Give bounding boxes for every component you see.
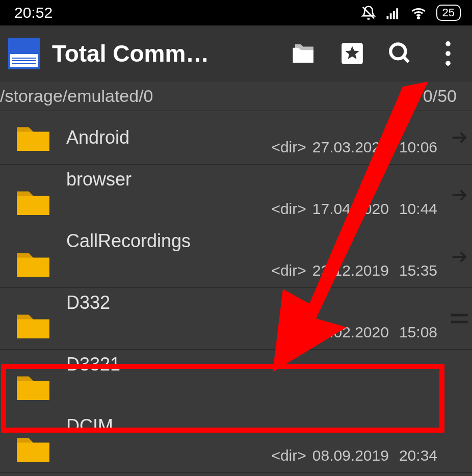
file-row[interactable]: browser <dir> 17.04.2020 10:44 [0, 165, 472, 226]
folder-meta: <dir> 27.03.2020 10:06 [253, 111, 447, 164]
app-floppy-icon [8, 38, 40, 69]
expand-arrow-icon[interactable] [447, 165, 472, 226]
status-time: 20:52 [14, 4, 53, 21]
folder-name: DCIM [66, 415, 253, 437]
status-bar: 20:52 25 [0, 0, 472, 25]
folder-icon [14, 310, 52, 340]
folder-meta: <dir> 08.09.2019 20:34 [253, 411, 447, 472]
svg-rect-1 [386, 16, 388, 19]
drag-handle-icon[interactable] [447, 473, 472, 476]
folder-icon [14, 123, 52, 152]
mute-icon [361, 5, 376, 20]
expand-arrow-icon[interactable] [447, 226, 472, 287]
svg-rect-2 [389, 13, 391, 19]
folder-icon [14, 434, 52, 463]
folder-icon [14, 187, 52, 217]
svg-line-9 [403, 57, 408, 62]
drag-handle-icon[interactable] [447, 411, 472, 472]
folder-meta [253, 350, 447, 411]
folder-icon [14, 372, 52, 402]
folders-button[interactable] [286, 36, 322, 71]
file-row[interactable]: CallRecordings <dir> 22.12.2019 15:35 [0, 226, 472, 288]
folder-meta: <dir> 17.04.2020 10:44 [253, 165, 447, 226]
drag-handle-icon[interactable] [447, 350, 472, 411]
folder-name: CallRecordings [66, 230, 253, 252]
svg-point-12 [445, 61, 451, 66]
bookmark-button[interactable] [334, 36, 370, 71]
battery-icon: 25 [436, 5, 461, 21]
folder-meta: > 24.02.2020 15:08 [253, 288, 447, 349]
signal-icon [385, 5, 401, 20]
header-actions [286, 36, 469, 71]
svg-point-8 [390, 44, 405, 59]
svg-rect-3 [393, 11, 395, 19]
drag-handle-icon[interactable] [447, 288, 472, 349]
expand-arrow-icon[interactable] [447, 111, 472, 164]
folder-meta: <dir> 22.12.2019 15:35 [253, 226, 447, 287]
overflow-menu-button[interactable] [430, 36, 466, 71]
wifi-icon [410, 5, 427, 20]
status-icons: 25 [361, 5, 461, 21]
file-row[interactable]: D332 > 24.02.2020 15:08 [0, 288, 472, 350]
folder-name: Android [66, 127, 253, 148]
file-row[interactable]: D3321 [0, 350, 472, 411]
search-button[interactable] [382, 36, 418, 71]
app-title: Total Comm… [48, 40, 278, 67]
app-header: Total Comm… [0, 25, 472, 82]
folder-icon [14, 249, 52, 278]
file-row[interactable]: DCIM <dir> 08.09.2019 20:34 [0, 411, 472, 473]
svg-point-5 [417, 17, 419, 19]
svg-point-11 [445, 51, 451, 56]
svg-rect-4 [396, 8, 398, 19]
current-path: /storage/emulated/0 [0, 86, 153, 106]
file-list: Android <dir> 27.03.2020 10:06 browser <… [0, 111, 472, 476]
folder-name: D332 [66, 292, 253, 313]
svg-point-10 [445, 41, 451, 46]
folder-name: browser [66, 169, 253, 190]
folder-name: D3321 [66, 354, 253, 375]
selection-counter: 0/50 [423, 86, 457, 106]
file-row[interactable]: Android <dir> 27.03.2020 10:06 [0, 111, 472, 165]
file-row[interactable]: <dir> 19.05.2020 17:59 [0, 473, 472, 476]
path-bar[interactable]: /storage/emulated/0 0/50 [0, 82, 472, 111]
folder-meta: <dir> 19.05.2020 17:59 [253, 473, 447, 476]
